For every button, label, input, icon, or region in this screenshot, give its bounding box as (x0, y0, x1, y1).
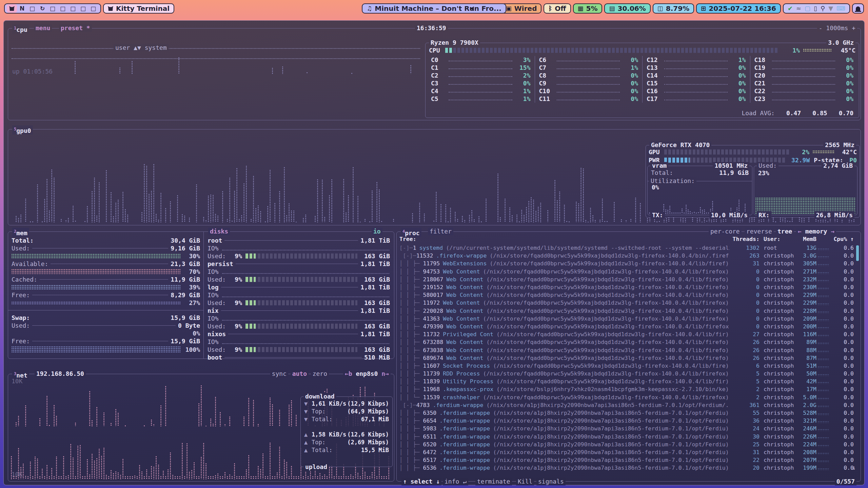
menu-button[interactable]: menu (34, 24, 52, 32)
disk-widget[interactable]: ◫ 8.79% (653, 3, 694, 14)
mem-mini-graph (816, 450, 830, 455)
process-row[interactable]: │ │ ├─ 6520.ferdium-wrappe(/nix/store/a1… (399, 441, 854, 448)
process-row[interactable]: │ │ ├─ 218067Web Content(/nix/store/fqad… (399, 276, 854, 283)
process-row[interactable]: │ │ ├─ 673288Web Content(/nix/store/fqad… (399, 338, 854, 346)
terminate-button[interactable]: terminate (475, 478, 512, 485)
process-row[interactable]: │ │ ├─ 6536.ferdium-wrappe(/nix/store/a1… (399, 464, 854, 472)
net-interface-selector[interactable]: ←b enp8s0 n→ (343, 370, 391, 378)
workspace-button-9[interactable]: □ (88, 4, 98, 13)
kill-button[interactable]: Kill (516, 478, 534, 485)
next-interface-button[interactable]: n→ (381, 370, 389, 377)
process-row[interactable]: │ │ ├─ 11968.keepassxc-prox(/nix/store/b… (399, 385, 854, 393)
workspace-button-6[interactable]: □ (58, 4, 68, 13)
workspace-button-5[interactable]: □ (47, 4, 58, 13)
column-user[interactable]: User: (760, 236, 797, 242)
triangle-icon[interactable]: ▼ (828, 5, 833, 12)
keyboard-icon[interactable]: ⌨ (836, 5, 845, 12)
process-row[interactable]: [-]─11532.firefox-wrappe(/nix/store/fqad… (399, 252, 854, 260)
process-row[interactable]: [-]─4783.ferdium-wrappe(/nix/store/a1pj8… (399, 401, 854, 409)
process-row[interactable]: │ │ ├─ 6472.ferdium-wrappe(/nix/store/a1… (399, 448, 854, 456)
process-row[interactable]: │ │ ├─ 6654.ferdium-wrappe(/nix/store/a1… (399, 417, 854, 425)
process-row[interactable]: │ │ ├─ 11607Socket Process(/nix/store/fq… (399, 362, 854, 370)
process-row[interactable]: │ │ ├─ 11739RDD Process(/nix/store/fqadd… (399, 370, 854, 378)
process-row[interactable]: │ │ ├─ 219152Web Content(/nix/store/fqad… (399, 283, 854, 291)
network-widget[interactable]: ▣ Wired (501, 3, 542, 14)
process-row[interactable]: │ │ ├─ 220028Web Content(/nix/store/fqad… (399, 307, 854, 315)
mem-available-graph-row: 70% (8, 268, 203, 276)
active-window-title[interactable]: Kitty Terminal (103, 3, 174, 14)
vram-box: vram 10501 MHz Total: 11,9 GiB Utilizati… (647, 166, 752, 215)
disks-io-button[interactable]: io (372, 228, 382, 235)
process-row[interactable]: │ │ ├─ 580017Web Content(/nix/store/fqad… (399, 291, 854, 299)
workspace-button-7[interactable]: □ (68, 4, 78, 13)
process-row[interactable]: │ │ ├─ 11972Web Content(/nix/store/fqadd… (399, 299, 854, 307)
process-row[interactable]: │ │ └─ 11539crashhelper(/nix/store/fqadd… (399, 393, 854, 401)
media-player-widget[interactable]: ♫ Minuit Machine – Don't Run Fro... (362, 3, 506, 14)
process-row[interactable]: │ │ ├─ 11732Privileged Cont(/nix/store/f… (399, 330, 854, 338)
sort-next-button[interactable]: → (831, 228, 835, 235)
select-control[interactable]: ↑ select ↓ (401, 478, 441, 485)
workspace-button-cat[interactable] (7, 4, 17, 13)
interface-name: enp8s0 (356, 370, 378, 377)
disk-name-row: boot510 MiB (204, 353, 393, 361)
notification-widget[interactable] (852, 3, 864, 14)
net-auto-button[interactable]: auto (291, 370, 309, 378)
reverse-toggle[interactable]: reverse (745, 228, 774, 235)
disks-title[interactable]: disks (208, 228, 230, 235)
column-cpu[interactable]: Cpu% ↑ (830, 236, 854, 242)
clock-widget[interactable]: ⊞ 2025-07-22 16:36 (696, 3, 781, 14)
filter-button[interactable]: filter (428, 228, 453, 235)
wave-icon[interactable]: ≈ (796, 5, 801, 12)
process-row[interactable]: [-]─1systemd(/run/current-system/systemd… (399, 244, 854, 252)
phone-icon[interactable]: ▯ (814, 5, 817, 12)
signals-button[interactable]: signals (536, 478, 566, 485)
square-app-icon[interactable]: ▢ (805, 5, 810, 12)
check-icon[interactable]: ✔ (788, 5, 793, 12)
net-zero-button[interactable]: zero (311, 370, 329, 378)
process-row[interactable]: │ │ ├─ 41363Web Content(/nix/store/fqadd… (399, 315, 854, 323)
workspace-button-neovim[interactable]: N (17, 4, 27, 13)
workspace-button-3[interactable]: □ (27, 4, 37, 13)
process-row[interactable]: │ │ ├─ 689674Web Content(/nix/store/fqad… (399, 354, 854, 362)
disk-io-graph (222, 343, 389, 344)
scroll-down-indicator[interactable]: ↓ (852, 464, 856, 471)
process-row[interactable]: │ │ ├─ 6350.ferdium-wrappe(/nix/store/a1… (399, 409, 854, 417)
memory-widget[interactable]: ▤ 30.06% (604, 3, 650, 14)
gpu-temp-graph (813, 150, 834, 154)
net-sync-button[interactable]: sync (270, 370, 288, 378)
column-threads[interactable]: Threads: (730, 236, 760, 242)
bluetooth-widget[interactable]: ᛒ Off (544, 3, 571, 14)
update-interval-control[interactable]: - 1000ms + (817, 24, 857, 32)
process-row[interactable]: │ │ ├─ 6517.ferdium-wrappe(/nix/store/a1… (399, 456, 854, 464)
prev-interface-button[interactable]: ←b (345, 370, 352, 377)
preset-button[interactable]: preset * (59, 24, 92, 32)
process-row[interactable]: │ │ ├─ 11839Utility Process(/nix/store/f… (399, 378, 854, 385)
column-mem[interactable]: MemB (797, 236, 816, 242)
info-button[interactable]: info ↵ (443, 478, 468, 485)
window-title-text: Kitty Terminal (116, 4, 170, 13)
process-row[interactable]: │ │ ├─ 479390Web Content(/nix/store/fqad… (399, 323, 854, 330)
disk-item: log1,81 TiB IO% Used: 9% 163 GiB (204, 283, 393, 307)
process-row[interactable]: │ │ ├─ 11795WebExtensions(/nix/store/fqa… (399, 260, 854, 267)
sort-selector[interactable]: ← memory → (796, 228, 836, 235)
workspace-button-refresh[interactable]: ↻ (37, 4, 47, 13)
per-core-toggle[interactable]: per-core (709, 228, 742, 235)
mem-mini-graph (816, 332, 830, 337)
process-row[interactable]: │ │ ├─ 94753Web Content(/nix/store/fqadd… (399, 268, 854, 276)
workspace-button-8[interactable]: □ (78, 4, 88, 13)
column-tree[interactable]: Tree: (399, 236, 730, 242)
cpu-widget[interactable]: ▦ 5% (573, 3, 603, 14)
process-row[interactable]: │ │ ├─ 673038Web Content(/nix/store/fqad… (399, 346, 854, 354)
core-usage-graph (449, 68, 512, 69)
sort-prev-button[interactable]: ← (798, 228, 802, 235)
core-usage-graph (664, 68, 728, 69)
mem-mini-graph (816, 403, 830, 408)
process-row[interactable]: │ │ ├─ 5983.ferdium-wrappe(/nix/store/a1… (399, 425, 854, 432)
mem-mini-graph (816, 269, 830, 274)
tree-toggle[interactable]: tree (776, 228, 794, 235)
core-usage-row: C14 0% (642, 72, 750, 79)
proc-scrollbar-thumb[interactable] (856, 245, 859, 261)
key-icon[interactable]: ⚲ (821, 5, 825, 12)
load-avg-row: Load AVG: 0.47 0.85 0.70 (742, 109, 853, 117)
process-row[interactable]: │ │ ├─ 6511.ferdium-wrappe(/nix/store/a1… (399, 433, 854, 441)
